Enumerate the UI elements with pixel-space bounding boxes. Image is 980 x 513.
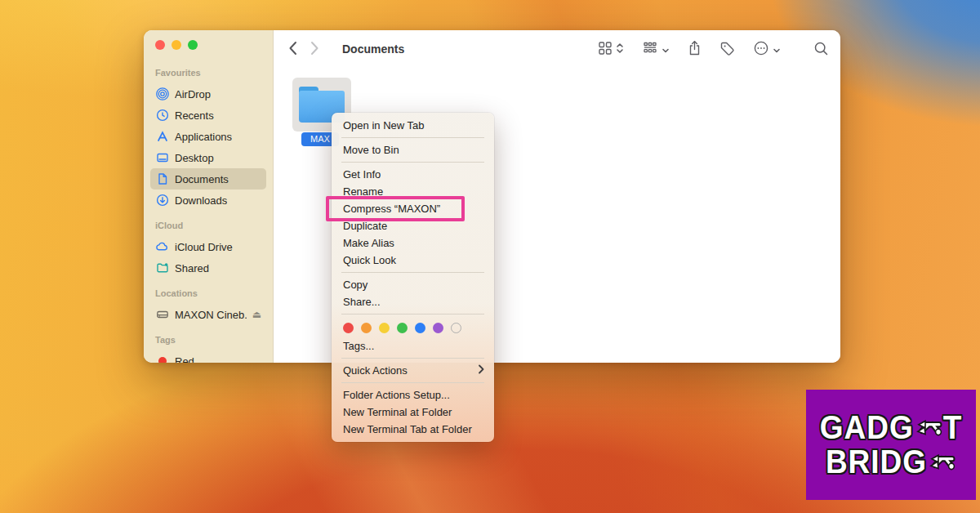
sidebar-item-label: AirDrop [175,88,211,100]
usb-icon [928,448,956,476]
icon-view-grid-icon [598,41,612,59]
sidebar-item-shared[interactable]: Shared [150,257,266,279]
menu-item-open-in-new-tab[interactable]: Open in New Tab [332,117,494,134]
share-button[interactable] [688,40,702,60]
sidebar-item-maxon-disk[interactable]: MAXON Cineb... ⏏ [150,304,266,325]
menu-divider [341,162,484,163]
airdrop-icon [155,87,169,101]
menu-item-share[interactable]: Share... [332,293,494,310]
tag-yellow-dot[interactable] [379,323,390,333]
view-chevrons-icon [616,42,624,58]
sidebar-section-tags: Tags [150,335,266,346]
desktop-icon [155,151,169,165]
cloud-icon [155,240,169,254]
menu-divider [341,382,484,383]
menu-item-tags[interactable]: Tags... [332,337,494,355]
more-actions-control[interactable] [753,40,781,60]
logo-line-2: BRIDG [826,444,956,480]
view-mode-control[interactable] [598,41,624,59]
sidebar-item-label: Downloads [175,194,227,207]
search-button[interactable] [813,41,829,60]
logo-line-1: GADG T [820,410,963,445]
sidebar-item-airdrop[interactable]: AirDrop [150,83,266,105]
menu-divider [341,272,484,273]
document-icon [155,172,169,186]
tag-red-dot[interactable] [343,323,354,333]
menu-item-new-terminal-at-folder[interactable]: New Terminal at Folder [332,404,494,421]
sidebar-item-icloud-drive[interactable]: iCloud Drive [150,236,266,257]
sidebar-item-label: iCloud Drive [175,241,233,253]
shared-folder-icon [155,261,169,275]
chevron-down-icon [662,42,670,57]
sidebar-item-label: Red [175,355,194,364]
applications-icon [155,130,169,144]
tag-blue-dot[interactable] [415,323,425,333]
menu-divider [341,314,484,314]
usb-icon [915,413,942,442]
external-disk-icon [155,308,169,322]
menu-item-folder-actions-setup[interactable]: Folder Actions Setup... [332,386,494,404]
screenshot-stage: Favourites AirDrop Recents [0,0,980,513]
menu-item-compress-maxon[interactable]: Compress “MAXON” [332,200,494,217]
group-by-icon [642,41,658,59]
menu-item-copy[interactable]: Copy [332,276,494,293]
gadget-bridge-logo: GADG T BRIDG [806,390,976,500]
back-button[interactable] [288,41,297,59]
window-title: Documents [342,42,404,56]
sidebar-section-icloud: iCloud [150,221,266,231]
menu-item-quick-actions[interactable]: Quick Actions [332,362,494,379]
close-window-button[interactable] [155,40,165,50]
download-icon [155,194,169,207]
sidebar-item-documents[interactable]: Documents [150,168,266,190]
menu-item-quick-look[interactable]: Quick Look [332,252,494,269]
chevron-right-icon [478,362,484,379]
sidebar-section-favourites: Favourites [150,68,266,78]
menu-item-move-to-bin[interactable]: Move to Bin [332,141,494,158]
eject-icon[interactable]: ⏏ [252,309,261,320]
more-ellipsis-icon [753,40,769,60]
group-by-control[interactable] [642,41,670,59]
tags-button[interactable] [719,41,735,60]
finder-toolbar: Documents [274,30,840,69]
tag-orange-dot[interactable] [361,323,372,333]
sidebar-section-locations: Locations [150,288,266,299]
clock-icon [155,109,169,123]
sidebar-item-label: Documents [175,173,229,185]
tag-purple-dot[interactable] [433,323,443,333]
sidebar-item-label: Desktop [175,152,214,164]
tag-color-row [332,318,494,337]
sidebar-item-applications[interactable]: Applications [150,126,266,147]
sidebar-item-label: Applications [175,131,232,143]
search-icon [813,41,829,60]
forward-button[interactable] [310,41,319,59]
sidebar-item-label: MAXON Cineb... [175,309,247,321]
traffic-lights [155,40,198,50]
tag-none-dot[interactable] [451,323,461,333]
zoom-window-button[interactable] [188,40,198,50]
sidebar-item-tag-red[interactable]: Red [150,350,266,363]
menu-item-new-terminal-tab-at-folder[interactable]: New Terminal Tab at Folder [332,421,494,438]
menu-item-make-alias[interactable]: Make Alias [332,234,494,252]
sidebar-item-recents[interactable]: Recents [150,105,266,126]
minimize-window-button[interactable] [172,40,181,50]
tag-icon [719,41,735,60]
sidebar-item-desktop[interactable]: Desktop [150,147,266,168]
menu-item-get-info[interactable]: Get Info [332,166,494,183]
context-menu: Open in New Tab Move to Bin Get Info Ren… [332,113,494,442]
menu-item-rename[interactable]: Rename [332,183,494,200]
sidebar-item-downloads[interactable]: Downloads [150,190,266,211]
menu-divider [341,137,484,138]
menu-divider [341,358,484,359]
red-tag-dot [155,355,169,364]
sidebar-item-label: Recents [175,109,214,122]
menu-item-duplicate[interactable]: Duplicate [332,217,494,234]
tag-green-dot[interactable] [397,323,408,333]
chevron-down-icon [773,42,781,57]
sidebar-item-label: Shared [175,262,209,274]
share-icon [688,40,702,60]
finder-sidebar: Favourites AirDrop Recents [144,30,274,363]
